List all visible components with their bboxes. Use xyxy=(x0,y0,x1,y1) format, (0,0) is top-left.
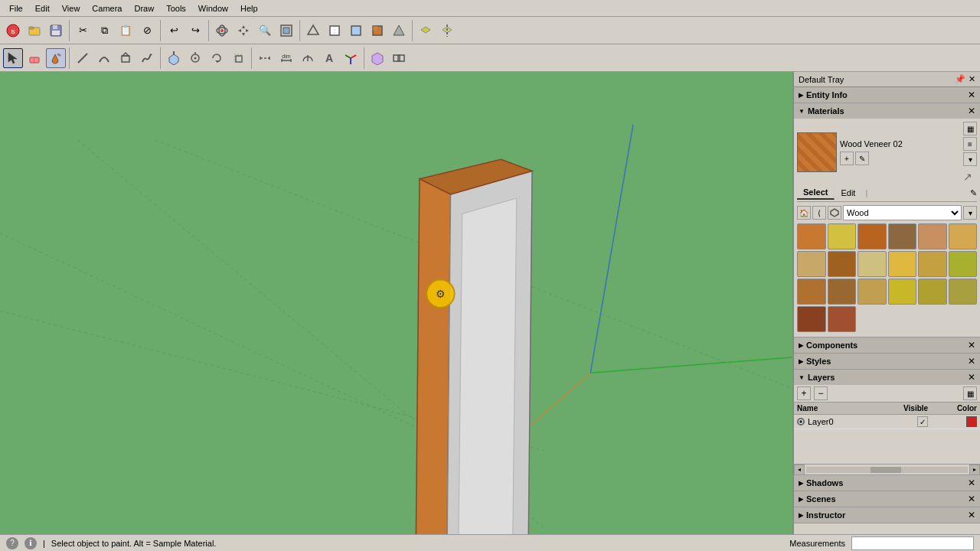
swatch-13[interactable] xyxy=(828,279,857,305)
edit-tab[interactable]: Edit xyxy=(835,187,862,199)
layer-visible-checkbox[interactable]: ✓ xyxy=(917,416,928,427)
layers-details-btn[interactable]: ▦ xyxy=(963,386,977,400)
swatch-6[interactable] xyxy=(797,251,826,277)
instructor-close[interactable]: ✕ xyxy=(968,510,975,520)
arc-tool-btn[interactable] xyxy=(94,48,114,68)
pan-btn[interactable] xyxy=(234,21,253,41)
menu-view[interactable]: View xyxy=(56,2,87,15)
swatch-1[interactable] xyxy=(828,223,857,249)
menu-help[interactable]: Help xyxy=(234,2,264,15)
tape-tool-btn[interactable] xyxy=(255,48,275,68)
wireframe-btn[interactable] xyxy=(303,21,323,41)
home-cat-btn[interactable]: 🏠 xyxy=(797,206,811,220)
hscroll-track[interactable] xyxy=(806,467,968,473)
swatch-2[interactable] xyxy=(858,223,887,249)
section-plane-btn[interactable] xyxy=(416,21,436,41)
menu-edit[interactable]: Edit xyxy=(29,2,56,15)
scenes-header[interactable]: ▶ Scenes ✕ xyxy=(794,491,980,507)
menu-camera[interactable]: Camera xyxy=(86,2,128,15)
hidden-line-btn[interactable] xyxy=(325,21,345,41)
styles-close[interactable]: ✕ xyxy=(968,357,975,366)
tray-pin-btn[interactable]: 📌 xyxy=(955,74,965,84)
model-cat-btn[interactable] xyxy=(828,206,841,220)
tray-close-btn[interactable]: ✕ xyxy=(969,74,975,84)
back-cat-btn[interactable]: ⟨ xyxy=(812,206,826,220)
copy-btn[interactable]: ⧉ xyxy=(94,21,114,41)
viewport[interactable]: ⚙ xyxy=(0,72,792,534)
shaded-btn[interactable] xyxy=(346,21,366,41)
erase-btn[interactable]: ⊘ xyxy=(137,21,157,41)
menu-tools[interactable]: Tools xyxy=(160,2,192,15)
monochrome-btn[interactable] xyxy=(389,21,409,41)
open-btn[interactable] xyxy=(24,21,44,41)
scenes-close[interactable]: ✕ xyxy=(968,494,975,504)
swatch-11[interactable] xyxy=(949,251,978,277)
swatch-7[interactable] xyxy=(828,251,857,277)
menu-draw[interactable]: Draw xyxy=(128,2,160,15)
orbit-btn[interactable] xyxy=(212,21,232,41)
shadows-close[interactable]: ✕ xyxy=(968,478,975,487)
category-dropdown[interactable]: Wood Metal Stone Fabric xyxy=(843,205,962,220)
create-material-btn[interactable]: + xyxy=(840,152,854,165)
shadows-header[interactable]: ▶ Shadows ✕ xyxy=(794,475,980,491)
list-view-btn[interactable]: ≡ xyxy=(963,137,977,151)
swatch-14[interactable] xyxy=(858,279,887,305)
measurements-input[interactable] xyxy=(851,536,974,550)
swatch-12[interactable] xyxy=(797,279,826,305)
components-header[interactable]: ▶ Components ✕ xyxy=(794,337,980,353)
swatch-15[interactable] xyxy=(888,279,917,305)
pencil-icon[interactable]: ✎ xyxy=(970,188,977,198)
shaded-textured-btn[interactable] xyxy=(368,21,387,41)
select-tool-btn[interactable] xyxy=(3,48,23,68)
layers-header[interactable]: ▼ Layers ✕ xyxy=(794,370,980,385)
protractor-tool-btn[interactable] xyxy=(298,48,318,68)
pushpull-tool-btn[interactable] xyxy=(164,48,184,68)
dimension-tool-btn[interactable]: dim xyxy=(276,48,296,68)
materials-close[interactable]: ✕ xyxy=(968,106,975,116)
swatch-0[interactable] xyxy=(797,223,826,249)
redo-btn[interactable]: ↪ xyxy=(185,21,205,41)
eraser-tool-btn[interactable] xyxy=(24,48,44,68)
swatch-9[interactable] xyxy=(888,251,917,277)
layer-active-radio[interactable] xyxy=(797,418,805,425)
entity-info-close[interactable]: ✕ xyxy=(968,90,975,99)
details-btn[interactable]: ▾ xyxy=(963,152,977,166)
swatch-16[interactable] xyxy=(918,279,947,305)
swatch-view-btn[interactable]: ▦ xyxy=(963,122,977,135)
hscroll-left-btn[interactable]: ◂ xyxy=(794,465,805,475)
axes-tool-btn[interactable] xyxy=(341,48,361,68)
layer-color-swatch[interactable] xyxy=(966,416,977,427)
swatch-10[interactable] xyxy=(918,251,947,277)
cut-btn[interactable]: ✂ xyxy=(73,21,93,41)
swatch-5[interactable] xyxy=(949,223,978,249)
group-btn[interactable] xyxy=(389,48,409,68)
swatch-8[interactable] xyxy=(858,251,887,277)
layers-hscroll[interactable]: ◂ ▸ xyxy=(794,464,980,474)
edit-material-btn[interactable]: ✎ xyxy=(855,152,869,165)
sketchup-logo-btn[interactable]: S xyxy=(3,21,23,41)
shapes-tool-btn[interactable] xyxy=(116,48,136,68)
swatch-3[interactable] xyxy=(888,223,917,249)
zoom-ext-btn[interactable] xyxy=(276,21,296,41)
paste-btn[interactable]: 📋 xyxy=(116,21,136,41)
materials-header[interactable]: ▼ Materials ✕ xyxy=(794,103,980,119)
swatch-19[interactable] xyxy=(828,306,857,332)
menu-window[interactable]: Window xyxy=(192,2,234,15)
save-btn[interactable] xyxy=(46,21,66,41)
hscroll-right-btn[interactable]: ▸ xyxy=(969,465,980,475)
freehand-tool-btn[interactable] xyxy=(137,48,157,68)
swatch-18[interactable] xyxy=(797,306,826,332)
remove-layer-btn[interactable]: − xyxy=(814,386,828,400)
entity-info-header[interactable]: ▶ Entity Info ✕ xyxy=(794,87,980,103)
move-tool-btn[interactable] xyxy=(185,48,205,68)
rotate-tool-btn[interactable] xyxy=(207,48,227,68)
hscroll-thumb[interactable] xyxy=(871,467,901,473)
line-tool-btn[interactable] xyxy=(73,48,93,68)
swatch-4[interactable] xyxy=(918,223,947,249)
swatch-17[interactable] xyxy=(949,279,978,305)
zoom-btn[interactable]: 🔍 xyxy=(255,21,275,41)
instructor-header[interactable]: ▶ Instructor ✕ xyxy=(794,507,980,523)
layers-close[interactable]: ✕ xyxy=(968,373,975,382)
paint-tool-btn[interactable] xyxy=(46,48,66,68)
details-cat-btn[interactable]: ▾ xyxy=(963,206,977,220)
